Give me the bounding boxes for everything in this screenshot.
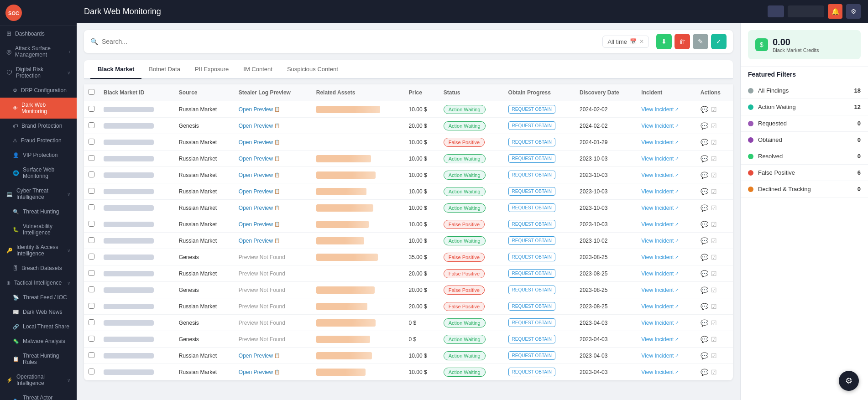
edit-action-icon[interactable]: ☑ xyxy=(711,286,717,294)
view-incident-link[interactable]: View Incident ↗ xyxy=(641,188,691,195)
comment-icon[interactable]: 💬 xyxy=(701,204,708,212)
request-obtain-btn[interactable]: REQUEST OBTAIN xyxy=(508,351,555,360)
sidebar-item-brand[interactable]: 🏷 Brand Protection xyxy=(0,119,77,133)
comment-icon[interactable]: 💬 xyxy=(701,270,708,277)
edit-action-icon[interactable]: ☑ xyxy=(711,352,717,359)
edit-action-icon[interactable]: ☑ xyxy=(711,303,717,310)
time-filter-btn[interactable]: All time 📅 ✕ xyxy=(602,36,649,48)
row-checkbox[interactable] xyxy=(89,221,94,227)
tab-black-market[interactable]: Black Market xyxy=(90,60,141,79)
edit-action-icon[interactable]: ☑ xyxy=(711,336,717,343)
edit-action-icon[interactable]: ☑ xyxy=(711,221,717,228)
request-obtain-btn[interactable]: REQUEST OBTAIN xyxy=(508,203,555,212)
request-obtain-btn[interactable]: REQUEST OBTAIN xyxy=(508,335,555,343)
row-checkbox[interactable] xyxy=(89,237,94,243)
row-checkbox[interactable] xyxy=(89,319,94,325)
row-checkbox[interactable] xyxy=(89,254,94,260)
open-preview-link[interactable]: Open Preview 📋 xyxy=(239,139,307,145)
row-checkbox[interactable] xyxy=(89,171,94,177)
row-checkbox[interactable] xyxy=(89,204,94,210)
edit-action-icon[interactable]: ☑ xyxy=(711,270,717,277)
sidebar-item-dashboards[interactable]: ⊞ Dashboards xyxy=(0,26,77,41)
sidebar-item-digital-risk[interactable]: 🛡 Digital Risk Protection ∨ xyxy=(0,62,77,83)
request-obtain-btn[interactable]: REQUEST OBTAIN xyxy=(508,302,555,311)
comment-icon[interactable]: 💬 xyxy=(701,369,708,376)
request-obtain-btn[interactable]: REQUEST OBTAIN xyxy=(508,187,555,196)
sidebar-item-identity[interactable]: 🔑 Identity & Access Intelligence ∨ xyxy=(0,240,77,261)
sidebar-item-local-threat-share[interactable]: 🔗 Local Threat Share xyxy=(0,319,77,334)
view-incident-link[interactable]: View Incident ↗ xyxy=(641,320,691,326)
tab-suspicious-content[interactable]: Suspicious Content xyxy=(280,60,345,79)
filter-item-declined-tracking[interactable]: Declined & Tracking 0 xyxy=(741,181,868,197)
open-preview-link[interactable]: Open Preview 📋 xyxy=(239,106,307,113)
view-incident-link[interactable]: View Incident ↗ xyxy=(641,254,691,260)
sidebar-item-breach[interactable]: 🗄 Breach Datasets xyxy=(0,261,77,275)
row-checkbox[interactable] xyxy=(89,188,94,194)
edit-action-icon[interactable]: ☑ xyxy=(711,204,717,212)
row-checkbox[interactable] xyxy=(89,139,94,145)
sidebar-item-operational[interactable]: ⚡ Operational Intelligence ∨ xyxy=(0,369,77,390)
open-preview-link[interactable]: Open Preview 📋 xyxy=(239,156,307,162)
comment-icon[interactable]: 💬 xyxy=(701,303,708,310)
open-preview-link[interactable]: Open Preview 📋 xyxy=(239,369,307,375)
open-preview-link[interactable]: Open Preview 📋 xyxy=(239,188,307,195)
edit-action-icon[interactable]: ☑ xyxy=(711,237,717,244)
comment-icon[interactable]: 💬 xyxy=(701,188,708,195)
filter-confirm-btn[interactable]: ✓ xyxy=(711,34,727,49)
request-obtain-btn[interactable]: REQUEST OBTAIN xyxy=(508,138,555,146)
row-checkbox[interactable] xyxy=(89,369,94,374)
sidebar-item-fraud[interactable]: ⚠ Fraud Protection xyxy=(0,133,77,148)
view-incident-link[interactable]: View Incident ↗ xyxy=(641,123,691,129)
view-incident-link[interactable]: View Incident ↗ xyxy=(641,221,691,228)
sidebar-item-threat-feed[interactable]: 📡 Threat Feed / IOC xyxy=(0,290,77,305)
open-preview-link[interactable]: Open Preview 📋 xyxy=(239,353,307,359)
search-input[interactable] xyxy=(102,38,595,45)
sidebar-item-vulnerability[interactable]: 🐛 Vulnerability Intelligence xyxy=(0,219,77,240)
filter-item-obtained[interactable]: Obtained 0 xyxy=(741,132,868,148)
edit-action-icon[interactable]: ☑ xyxy=(711,106,717,113)
edit-action-icon[interactable]: ☑ xyxy=(711,171,717,179)
chat-fab[interactable]: ⚙ xyxy=(839,371,859,391)
comment-icon[interactable]: 💬 xyxy=(701,139,708,146)
sidebar-item-threat-actor[interactable]: 🎭 Threat Actor Intelligence xyxy=(0,390,77,400)
comment-icon[interactable]: 💬 xyxy=(701,221,708,228)
tab-im-content[interactable]: IM Content xyxy=(236,60,280,79)
request-obtain-btn[interactable]: REQUEST OBTAIN xyxy=(508,368,555,376)
comment-icon[interactable]: 💬 xyxy=(701,352,708,359)
comment-icon[interactable]: 💬 xyxy=(701,254,708,261)
sidebar-item-dark-web[interactable]: 👁 Dark Web Monitoring xyxy=(0,98,77,119)
request-obtain-btn[interactable]: REQUEST OBTAIN xyxy=(508,171,555,179)
view-incident-link[interactable]: View Incident ↗ xyxy=(641,287,691,293)
row-checkbox[interactable] xyxy=(89,155,94,161)
row-checkbox[interactable] xyxy=(89,106,94,112)
topbar-settings-btn[interactable]: ⚙ xyxy=(846,4,861,19)
request-obtain-btn[interactable]: REQUEST OBTAIN xyxy=(508,269,555,278)
view-incident-link[interactable]: View Incident ↗ xyxy=(641,353,691,359)
sidebar-item-attack-surface[interactable]: ◎ Attack Surface Management › xyxy=(0,41,77,62)
comment-icon[interactable]: 💬 xyxy=(701,336,708,343)
comment-icon[interactable]: 💬 xyxy=(701,155,708,162)
sidebar-item-threat-hunting[interactable]: 🔍 Threat Hunting xyxy=(0,204,77,219)
request-obtain-btn[interactable]: REQUEST OBTAIN xyxy=(508,253,555,261)
row-checkbox[interactable] xyxy=(89,336,94,342)
request-obtain-btn[interactable]: REQUEST OBTAIN xyxy=(508,105,555,114)
request-obtain-btn[interactable]: REQUEST OBTAIN xyxy=(508,220,555,229)
edit-action-icon[interactable]: ☑ xyxy=(711,254,717,261)
edit-action-icon[interactable]: ☑ xyxy=(711,319,717,327)
comment-icon[interactable]: 💬 xyxy=(701,171,708,179)
sidebar-item-malware[interactable]: 🦠 Malware Analysis xyxy=(0,334,77,348)
edit-action-icon[interactable]: ☑ xyxy=(711,369,717,376)
comment-icon[interactable]: 💬 xyxy=(701,106,708,113)
open-preview-link[interactable]: Open Preview 📋 xyxy=(239,123,307,129)
row-checkbox[interactable] xyxy=(89,122,94,128)
comment-icon[interactable]: 💬 xyxy=(701,122,708,130)
view-incident-link[interactable]: View Incident ↗ xyxy=(641,270,691,277)
view-incident-link[interactable]: View Incident ↗ xyxy=(641,205,691,211)
sidebar-item-surface-web[interactable]: 🌐 Surface Web Monitoring xyxy=(0,162,77,183)
tab-pii-exposure[interactable]: PII Exposure xyxy=(188,60,236,79)
select-all-checkbox[interactable] xyxy=(89,89,94,95)
filter-edit-btn[interactable]: ✎ xyxy=(693,34,708,49)
edit-action-icon[interactable]: ☑ xyxy=(711,122,717,130)
view-incident-link[interactable]: View Incident ↗ xyxy=(641,336,691,343)
comment-icon[interactable]: 💬 xyxy=(701,286,708,294)
